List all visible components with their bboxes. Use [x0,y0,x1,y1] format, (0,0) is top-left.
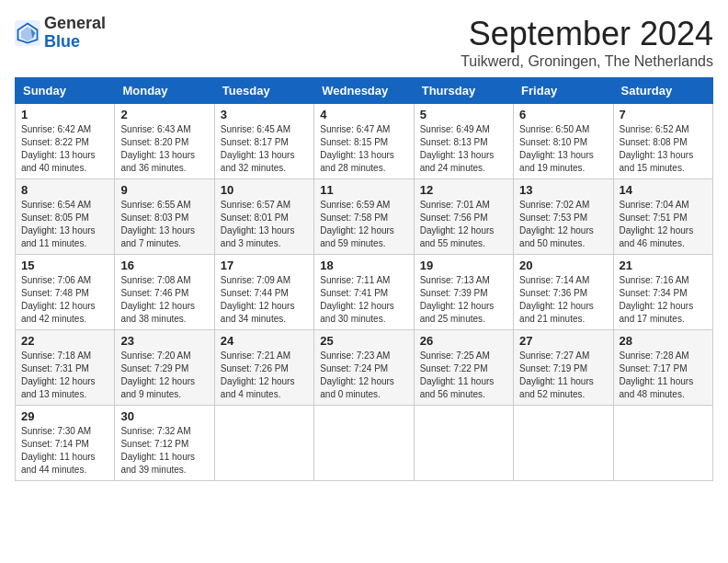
day-cell-25: 25 Sunrise: 7:23 AM Sunset: 7:24 PM Dayl… [314,330,414,406]
day-number: 1 [21,108,108,121]
sunset: Sunset: 7:41 PM [320,288,388,298]
day-cell-7: 7 Sunrise: 6:52 AM Sunset: 8:08 PM Dayli… [613,104,712,179]
daylight: Daylight: 12 hours and 25 minutes. [420,301,495,324]
day-cell-11: 11 Sunrise: 6:59 AM Sunset: 7:58 PM Dayl… [314,179,414,255]
sunset: Sunset: 7:34 PM [620,288,688,298]
daylight: Daylight: 13 hours and 40 minutes. [21,150,96,173]
day-info: Sunrise: 6:49 AM Sunset: 8:13 PM Dayligh… [420,123,507,175]
daylight: Daylight: 12 hours and 46 minutes. [620,225,694,248]
sunset: Sunset: 8:10 PM [519,137,587,147]
sunset: Sunset: 7:39 PM [420,288,488,298]
day-cell-13: 13 Sunrise: 7:02 AM Sunset: 7:53 PM Dayl… [514,179,613,255]
day-info: Sunrise: 6:59 AM Sunset: 7:58 PM Dayligh… [320,199,407,250]
day-info: Sunrise: 7:09 AM Sunset: 7:44 PM Dayligh… [221,274,308,326]
sunrise: Sunrise: 6:47 AM [320,124,390,134]
daylight: Daylight: 12 hours and 9 minutes. [120,376,195,399]
empty-cell [613,406,712,481]
daylight: Daylight: 12 hours and 21 minutes. [519,301,594,324]
day-cell-19: 19 Sunrise: 7:13 AM Sunset: 7:39 PM Dayl… [414,255,513,330]
day-info: Sunrise: 7:21 AM Sunset: 7:26 PM Dayligh… [221,350,308,401]
daylight: Daylight: 12 hours and 17 minutes. [620,301,694,324]
day-number: 22 [21,334,108,348]
day-cell-3: 3 Sunrise: 6:45 AM Sunset: 8:17 PM Dayli… [214,104,313,179]
sunrise: Sunrise: 7:08 AM [120,275,190,285]
sunset: Sunset: 8:13 PM [420,137,488,147]
title-block: September 2024 Tuikwerd, Groningen, The … [461,15,713,70]
day-info: Sunrise: 7:02 AM Sunset: 7:53 PM Dayligh… [519,199,607,250]
sunrise: Sunrise: 7:20 AM [120,350,190,361]
sunrise: Sunrise: 7:02 AM [519,200,589,210]
week-row-2: 8 Sunrise: 6:54 AM Sunset: 8:05 PM Dayli… [16,179,713,255]
day-info: Sunrise: 7:01 AM Sunset: 7:56 PM Dayligh… [420,199,507,250]
daylight: Daylight: 12 hours and 50 minutes. [519,225,594,248]
sunrise: Sunrise: 7:21 AM [221,350,290,361]
day-number: 23 [120,334,208,348]
day-cell-29: 29 Sunrise: 7:30 AM Sunset: 7:14 PM Dayl… [16,406,115,481]
sunrise: Sunrise: 6:50 AM [519,124,589,134]
day-cell-30: 30 Sunrise: 7:32 AM Sunset: 7:12 PM Dayl… [115,406,214,481]
sunset: Sunset: 8:01 PM [221,213,289,223]
header-monday: Monday [115,78,214,104]
day-number: 13 [519,183,607,197]
sunset: Sunset: 7:53 PM [519,213,587,223]
day-number: 5 [420,108,507,121]
day-number: 18 [320,259,407,272]
day-cell-8: 8 Sunrise: 6:54 AM Sunset: 8:05 PM Dayli… [16,179,115,255]
sunrise: Sunrise: 7:30 AM [21,426,91,436]
sunrise: Sunrise: 7:06 AM [21,275,91,285]
day-cell-16: 16 Sunrise: 7:08 AM Sunset: 7:46 PM Dayl… [115,255,214,330]
sunrise: Sunrise: 7:27 AM [519,350,589,361]
daylight: Daylight: 13 hours and 19 minutes. [519,150,594,173]
daylight: Daylight: 13 hours and 15 minutes. [620,150,694,173]
day-info: Sunrise: 7:27 AM Sunset: 7:19 PM Dayligh… [519,350,607,401]
daylight: Daylight: 13 hours and 7 minutes. [120,225,195,248]
day-info: Sunrise: 6:45 AM Sunset: 8:17 PM Dayligh… [221,123,308,175]
day-number: 6 [519,108,607,121]
sunrise: Sunrise: 7:32 AM [120,426,190,436]
header-row: SundayMondayTuesdayWednesdayThursdayFrid… [16,78,713,104]
daylight: Daylight: 11 hours and 48 minutes. [620,376,694,399]
day-cell-28: 28 Sunrise: 7:28 AM Sunset: 7:17 PM Dayl… [613,330,712,406]
day-number: 15 [21,259,108,272]
day-cell-12: 12 Sunrise: 7:01 AM Sunset: 7:56 PM Dayl… [414,179,513,255]
day-number: 28 [620,334,707,348]
day-number: 27 [519,334,607,348]
sunrise: Sunrise: 6:55 AM [120,200,190,210]
sunset: Sunset: 7:48 PM [21,288,89,298]
sunset: Sunset: 8:22 PM [21,137,89,147]
daylight: Daylight: 12 hours and 4 minutes. [221,376,295,399]
sunrise: Sunrise: 7:14 AM [519,275,589,285]
sunrise: Sunrise: 7:04 AM [620,200,689,210]
day-cell-6: 6 Sunrise: 6:50 AM Sunset: 8:10 PM Dayli… [514,104,613,179]
day-number: 4 [320,108,407,121]
day-number: 8 [21,183,108,197]
sunrise: Sunrise: 7:13 AM [420,275,490,285]
empty-cell [414,406,513,481]
sunset: Sunset: 7:51 PM [620,213,688,223]
daylight: Daylight: 12 hours and 13 minutes. [21,376,96,399]
day-cell-17: 17 Sunrise: 7:09 AM Sunset: 7:44 PM Dayl… [214,255,313,330]
sunset: Sunset: 7:36 PM [519,288,587,298]
sunset: Sunset: 7:31 PM [21,363,89,373]
daylight: Daylight: 11 hours and 52 minutes. [519,376,594,399]
day-info: Sunrise: 7:16 AM Sunset: 7:34 PM Dayligh… [620,274,707,326]
day-cell-1: 1 Sunrise: 6:42 AM Sunset: 8:22 PM Dayli… [16,104,115,179]
sunset: Sunset: 7:24 PM [320,363,388,373]
week-row-3: 15 Sunrise: 7:06 AM Sunset: 7:48 PM Dayl… [16,255,713,330]
daylight: Daylight: 12 hours and 30 minutes. [320,301,394,324]
day-cell-20: 20 Sunrise: 7:14 AM Sunset: 7:36 PM Dayl… [514,255,613,330]
day-number: 14 [620,183,707,197]
day-number: 26 [420,334,507,348]
empty-cell [514,406,613,481]
sunset: Sunset: 7:58 PM [320,213,388,223]
sunset: Sunset: 7:46 PM [120,288,188,298]
day-info: Sunrise: 7:11 AM Sunset: 7:41 PM Dayligh… [320,274,407,326]
day-info: Sunrise: 7:23 AM Sunset: 7:24 PM Dayligh… [320,350,407,401]
day-info: Sunrise: 7:04 AM Sunset: 7:51 PM Dayligh… [620,199,707,250]
header-wednesday: Wednesday [314,78,414,104]
day-info: Sunrise: 7:28 AM Sunset: 7:17 PM Dayligh… [620,350,707,401]
day-cell-2: 2 Sunrise: 6:43 AM Sunset: 8:20 PM Dayli… [115,104,214,179]
daylight: Daylight: 12 hours and 42 minutes. [21,301,96,324]
day-cell-24: 24 Sunrise: 7:21 AM Sunset: 7:26 PM Dayl… [214,330,313,406]
page-header: General Blue September 2024 Tuikwerd, Gr… [15,15,713,70]
